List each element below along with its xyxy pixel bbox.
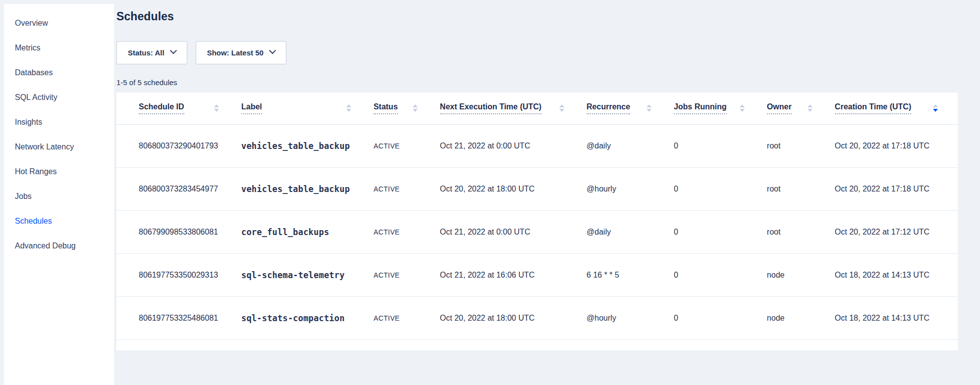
sidebar-item-metrics[interactable]: Metrics (4, 36, 114, 60)
table-row: 806800373290401793 vehicles_table_backup… (116, 124, 958, 167)
column-header-label[interactable]: Label (241, 93, 374, 124)
column-header-creation-time[interactable]: Creation Time (UTC) (835, 93, 958, 124)
sort-icon (214, 104, 219, 112)
filter-bar: Status: All Show: Latest 50 (116, 41, 958, 64)
cell-label: vehicles_table_backup (241, 167, 374, 210)
cell-recurrence: 6 16 * * 5 (587, 253, 674, 296)
column-header-status[interactable]: Status (374, 93, 440, 124)
cell-status: ACTIVE (374, 124, 440, 167)
cell-label: sql-stats-compaction (241, 296, 374, 339)
cell-status: ACTIVE (374, 253, 440, 296)
cell-owner: node (767, 253, 835, 296)
cell-creation-time: Oct 18, 2022 at 14:13 UTC (835, 296, 958, 339)
sidebar-item-insights[interactable]: Insights (4, 110, 114, 135)
cell-jobs-running: 0 (674, 124, 767, 167)
sidebar-item-network-latency[interactable]: Network Latency (4, 135, 114, 159)
page-title: Schedules (116, 10, 958, 23)
cell-owner: root (767, 124, 835, 167)
cell-schedule-id: 806799098533806081 (116, 210, 241, 253)
table-row: 806799098533806081 core_full_backups ACT… (116, 210, 958, 253)
sidebar-item-schedules[interactable]: Schedules (4, 209, 114, 234)
cell-creation-time: Oct 20, 2022 at 17:12 UTC (835, 210, 958, 253)
cell-schedule-id: 806197753325486081 (116, 296, 241, 339)
cell-next-execution: Oct 21, 2022 at 0:00 UTC (440, 124, 587, 167)
schedules-table: Schedule ID Label Status (116, 93, 958, 340)
sort-icon (346, 104, 351, 112)
sort-icon (413, 104, 418, 112)
cell-schedule-id: 806197753350029313 (116, 253, 241, 296)
sort-icon (808, 104, 813, 112)
sort-desc-icon (933, 104, 938, 112)
table-row: 806197753350029313 sql-schema-telemetry … (116, 253, 958, 296)
sort-icon (559, 104, 564, 112)
cell-next-execution: Oct 20, 2022 at 18:00 UTC (440, 167, 587, 210)
cell-recurrence: @daily (587, 210, 674, 253)
main-content: Schedules Status: All Show: Latest 50 1-… (116, 0, 958, 350)
column-header-jobs-running[interactable]: Jobs Running (674, 93, 767, 124)
column-header-owner[interactable]: Owner (767, 93, 835, 124)
cell-label: core_full_backups (241, 210, 374, 253)
table-header-row: Schedule ID Label Status (116, 93, 958, 124)
cell-owner: root (767, 167, 835, 210)
cell-owner: root (767, 210, 835, 253)
cell-status: ACTIVE (374, 210, 440, 253)
schedules-table-card: Schedule ID Label Status (116, 93, 958, 350)
sidebar-item-databases[interactable]: Databases (4, 60, 114, 85)
column-header-recurrence[interactable]: Recurrence (587, 93, 674, 124)
chevron-down-icon (170, 47, 177, 54)
cell-next-execution: Oct 21, 2022 at 0:00 UTC (440, 210, 587, 253)
cell-recurrence: @daily (587, 124, 674, 167)
cell-schedule-id: 806800373290401793 (116, 124, 241, 167)
cell-label: vehicles_table_backup (241, 124, 374, 167)
cell-jobs-running: 0 (674, 296, 767, 339)
table-row: 806800373283454977 vehicles_table_backup… (116, 167, 958, 210)
column-header-next-execution-time[interactable]: Next Execution Time (UTC) (440, 93, 587, 124)
chevron-down-icon (269, 47, 276, 54)
cell-next-execution: Oct 20, 2022 at 18:00 UTC (440, 296, 587, 339)
cell-jobs-running: 0 (674, 210, 767, 253)
cell-status: ACTIVE (374, 296, 440, 339)
results-count: 1-5 of 5 schedules (116, 78, 958, 87)
cell-jobs-running: 0 (674, 167, 767, 210)
cell-jobs-running: 0 (674, 253, 767, 296)
sidebar-item-advanced-debug[interactable]: Advanced Debug (4, 234, 114, 258)
show-filter-dropdown[interactable]: Show: Latest 50 (196, 41, 286, 64)
cell-recurrence: @hourly (587, 167, 674, 210)
cell-creation-time: Oct 20, 2022 at 17:18 UTC (835, 167, 958, 210)
sort-icon (740, 104, 745, 112)
cell-status: ACTIVE (374, 167, 440, 210)
status-filter-label: Status: All (128, 48, 164, 57)
sidebar-item-jobs[interactable]: Jobs (4, 184, 114, 209)
cell-creation-time: Oct 18, 2022 at 14:13 UTC (835, 253, 958, 296)
cell-recurrence: @hourly (587, 296, 674, 339)
cell-label: sql-schema-telemetry (241, 253, 374, 296)
cell-creation-time: Oct 20, 2022 at 17:18 UTC (835, 124, 958, 167)
sidebar-item-hot-ranges[interactable]: Hot Ranges (4, 159, 114, 184)
table-row: 806197753325486081 sql-stats-compaction … (116, 296, 958, 339)
cell-owner: node (767, 296, 835, 339)
sort-icon (647, 104, 652, 112)
status-filter-dropdown[interactable]: Status: All (116, 41, 187, 64)
cell-next-execution: Oct 21, 2022 at 16:06 UTC (440, 253, 587, 296)
sidebar: Overview Metrics Databases SQL Activity … (4, 4, 114, 385)
show-filter-label: Show: Latest 50 (207, 48, 264, 57)
cell-schedule-id: 806800373283454977 (116, 167, 241, 210)
sidebar-item-sql-activity[interactable]: SQL Activity (4, 85, 114, 110)
sidebar-item-overview[interactable]: Overview (4, 11, 114, 36)
column-header-schedule-id[interactable]: Schedule ID (116, 93, 241, 124)
